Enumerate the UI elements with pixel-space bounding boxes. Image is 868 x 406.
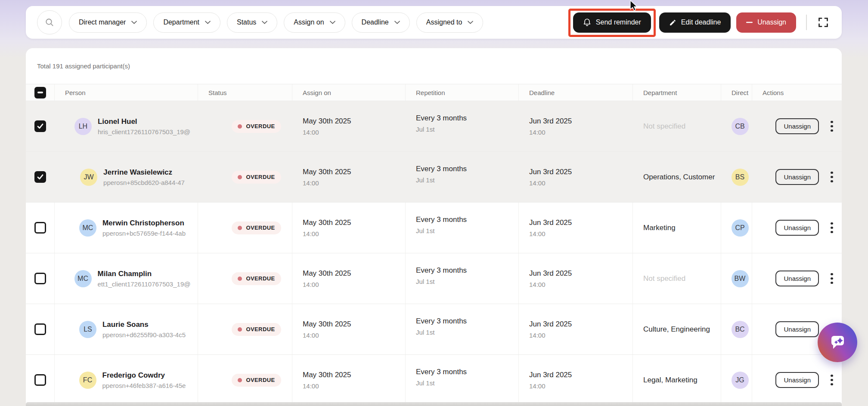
deadline-date: Jun 3rd 2025 bbox=[529, 320, 632, 329]
table-row[interactable]: LS Laurie Soans pperosn+d6255f90-a303-4c… bbox=[26, 304, 842, 355]
table-row[interactable]: MC Milan Champlin ett1_client17261107675… bbox=[26, 253, 842, 304]
kebab-menu-icon[interactable] bbox=[829, 119, 835, 134]
manager-avatar: BW bbox=[732, 270, 749, 287]
filter-assigned-to[interactable]: Assigned to bbox=[416, 12, 484, 33]
kebab-menu-icon[interactable] bbox=[829, 170, 835, 185]
unassign-row-button[interactable]: Unassign bbox=[775, 372, 819, 388]
department-value: Marketing bbox=[643, 224, 721, 232]
unassign-row-button[interactable]: Unassign bbox=[775, 169, 819, 185]
repetition-next: Jul 1st bbox=[416, 126, 518, 133]
person-name: Lionel Huel bbox=[98, 117, 190, 126]
deadline-time: 14:00 bbox=[529, 179, 632, 187]
assign-on-time: 14:00 bbox=[303, 382, 405, 390]
unassign-row-button[interactable]: Unassign bbox=[775, 220, 819, 236]
person-avatar: MC bbox=[74, 270, 92, 287]
row-checkbox[interactable] bbox=[34, 171, 46, 183]
manager-avatar: CP bbox=[732, 219, 749, 237]
column-header-assign-on[interactable]: Assign on bbox=[292, 84, 406, 101]
column-header-actions: Actions bbox=[752, 84, 842, 101]
status-badge: OVERDUE bbox=[232, 374, 281, 387]
person-name: Jerrine Wasielewicz bbox=[103, 168, 185, 177]
horizontal-scrollbar[interactable] bbox=[26, 402, 842, 406]
table-row[interactable]: JW Jerrine Wasielewicz pperosn+85cbd620-… bbox=[26, 152, 842, 203]
table-row[interactable]: LH Lionel Huel hris_client1726110767503_… bbox=[26, 101, 842, 152]
table-row[interactable]: MC Merwin Christopherson pperosn+bc57659… bbox=[26, 203, 842, 253]
deadline-time: 14:00 bbox=[529, 382, 632, 390]
kebab-menu-icon[interactable] bbox=[829, 271, 835, 286]
department-value: Not specified bbox=[643, 122, 721, 131]
row-checkbox[interactable] bbox=[34, 374, 46, 386]
chevron-down-icon bbox=[131, 21, 137, 24]
person-avatar: MC bbox=[79, 219, 96, 237]
unassign-row-button[interactable]: Unassign bbox=[775, 321, 819, 337]
unassign-row-button[interactable]: Unassign bbox=[775, 271, 819, 286]
bell-icon bbox=[583, 18, 591, 27]
row-checkbox[interactable] bbox=[34, 273, 46, 284]
filter-direct-manager[interactable]: Direct manager bbox=[69, 12, 147, 33]
column-header-deadline[interactable]: Deadline bbox=[519, 84, 633, 101]
unassign-bulk-label: Unassign bbox=[757, 18, 786, 26]
column-header-department[interactable]: Department bbox=[633, 84, 721, 101]
overdue-dot-icon bbox=[238, 124, 242, 129]
overdue-dot-icon bbox=[238, 378, 242, 382]
minus-icon bbox=[746, 22, 753, 23]
select-all-checkbox[interactable] bbox=[34, 87, 46, 98]
repetition-value: Every 3 months bbox=[416, 114, 518, 123]
column-header-direct-manager[interactable]: Direct bbox=[721, 84, 752, 101]
person-name: Frederigo Cowdry bbox=[102, 371, 186, 380]
row-checkbox[interactable] bbox=[34, 120, 46, 132]
kebab-menu-icon[interactable] bbox=[829, 221, 835, 235]
kebab-menu-icon[interactable] bbox=[829, 373, 835, 388]
person-email: pperosn+46feb387-a616-45e bbox=[102, 382, 186, 389]
summary-text: Total 191 assigned participant(s) bbox=[37, 62, 130, 70]
chevron-down-icon bbox=[262, 21, 267, 24]
send-reminder-highlight-wrap: Send reminder bbox=[573, 12, 651, 33]
row-checkbox[interactable] bbox=[34, 323, 46, 335]
status-badge: OVERDUE bbox=[232, 272, 281, 285]
filter-label: Deadline bbox=[362, 18, 389, 26]
assign-on-time: 14:00 bbox=[303, 332, 405, 339]
filter-assign-on[interactable]: Assign on bbox=[284, 12, 345, 33]
repetition-value: Every 3 months bbox=[416, 165, 518, 173]
manager-avatar: CB bbox=[732, 118, 749, 135]
filter-deadline[interactable]: Deadline bbox=[352, 12, 410, 33]
filter-label: Assign on bbox=[294, 18, 324, 26]
edit-deadline-button[interactable]: Edit deadline bbox=[659, 12, 731, 33]
search-button[interactable] bbox=[37, 10, 62, 34]
fullscreen-button[interactable] bbox=[817, 16, 830, 29]
department-value: Operations, Customer bbox=[643, 173, 721, 181]
chevron-down-icon bbox=[330, 21, 335, 24]
repetition-value: Every 3 months bbox=[416, 368, 518, 376]
person-email: pperosn+bc57659e-f144-4ab bbox=[102, 230, 186, 237]
assign-on-date: May 30th 2025 bbox=[303, 371, 405, 379]
assign-on-date: May 30th 2025 bbox=[303, 117, 405, 126]
person-name: Laurie Soans bbox=[102, 320, 186, 329]
send-reminder-button[interactable]: Send reminder bbox=[573, 12, 651, 33]
repetition-value: Every 3 months bbox=[416, 317, 518, 326]
department-value: Legal, Marketing bbox=[643, 376, 721, 384]
assign-on-date: May 30th 2025 bbox=[303, 218, 405, 227]
chevron-down-icon bbox=[394, 21, 400, 24]
filter-status[interactable]: Status bbox=[227, 12, 277, 33]
repetition-next: Jul 1st bbox=[416, 379, 518, 387]
filter-department[interactable]: Department bbox=[153, 12, 220, 33]
overdue-dot-icon bbox=[238, 277, 242, 281]
unassign-bulk-button[interactable]: Unassign bbox=[736, 12, 796, 33]
repetition-next: Jul 1st bbox=[416, 176, 518, 184]
filter-label: Assigned to bbox=[426, 18, 462, 26]
column-header-person[interactable]: Person bbox=[55, 84, 198, 101]
table-row[interactable]: FC Frederigo Cowdry pperosn+46feb387-a61… bbox=[26, 355, 842, 403]
chevron-down-icon bbox=[205, 21, 211, 24]
person-email: hris_client1726110767503_19@ bbox=[98, 128, 190, 135]
assign-on-time: 14:00 bbox=[303, 179, 405, 187]
unassign-row-button[interactable]: Unassign bbox=[775, 118, 819, 134]
row-checkbox[interactable] bbox=[34, 222, 46, 234]
deadline-time: 14:00 bbox=[529, 129, 632, 136]
chevron-down-icon bbox=[468, 21, 473, 24]
person-avatar: LS bbox=[79, 321, 96, 338]
ai-chat-fab-button[interactable] bbox=[818, 323, 857, 362]
column-header-repetition[interactable]: Repetition bbox=[406, 84, 519, 101]
summary-bar: Total 191 assigned participant(s) bbox=[26, 48, 842, 84]
assign-on-date: May 30th 2025 bbox=[303, 320, 405, 329]
column-header-status[interactable]: Status bbox=[198, 84, 292, 101]
